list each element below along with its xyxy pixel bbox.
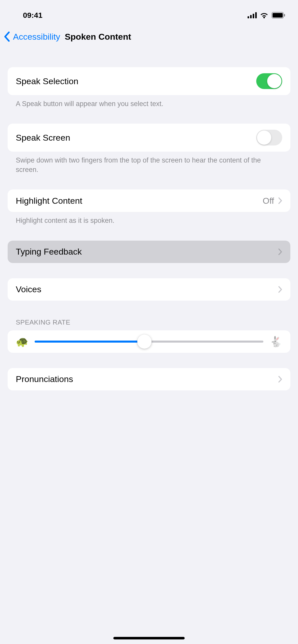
chevron-right-icon: [278, 197, 282, 204]
section-pronunciations: Pronunciations: [8, 368, 290, 390]
back-label: Accessibility: [13, 32, 60, 42]
hare-icon: 🐇: [269, 336, 282, 347]
svg-rect-5: [273, 13, 283, 18]
section-speak-selection: Speak Selection A Speak button will appe…: [8, 67, 290, 108]
section-speak-screen: Speak Screen Swipe down with two fingers…: [8, 124, 290, 174]
speak-screen-footer: Swipe down with two fingers from the top…: [8, 152, 290, 174]
highlight-content-value: Off: [263, 196, 274, 206]
slider-thumb[interactable]: [137, 334, 152, 349]
status-time: 09:41: [23, 11, 43, 20]
svg-rect-6: [284, 14, 285, 17]
svg-rect-2: [253, 14, 254, 18]
section-typing-feedback: Typing Feedback: [8, 241, 290, 263]
home-indicator[interactable]: [113, 637, 185, 639]
nav-title: Spoken Content: [65, 32, 131, 42]
speaking-rate-header: Speaking Rate: [8, 313, 290, 330]
status-icons: [248, 12, 285, 19]
status-bar: 09:41: [0, 0, 298, 25]
speak-screen-row: Speak Screen: [8, 124, 290, 152]
chevron-right-icon: [278, 376, 282, 383]
wifi-icon: [260, 12, 268, 18]
svg-rect-1: [250, 15, 252, 18]
speaking-rate-slider-row: 🐢 🐇: [8, 330, 290, 353]
back-button[interactable]: Accessibility: [4, 32, 60, 42]
pronunciations-label: Pronunciations: [16, 374, 73, 384]
speak-screen-label: Speak Screen: [16, 133, 70, 143]
cellular-icon: [248, 12, 257, 18]
speak-selection-toggle[interactable]: [256, 73, 282, 89]
highlight-content-footer: Highlight content as it is spoken.: [8, 212, 290, 225]
highlight-content-row[interactable]: Highlight Content Off: [8, 189, 290, 212]
typing-feedback-row[interactable]: Typing Feedback: [8, 241, 290, 263]
chevron-right-icon: [278, 248, 282, 255]
section-voices: Voices: [8, 278, 290, 301]
speak-selection-row: Speak Selection: [8, 67, 290, 95]
voices-label: Voices: [16, 284, 41, 294]
nav-bar: Accessibility Spoken Content: [0, 25, 298, 49]
pronunciations-row[interactable]: Pronunciations: [8, 368, 290, 390]
svg-rect-3: [255, 12, 257, 18]
battery-icon: [272, 12, 285, 19]
speak-selection-label: Speak Selection: [16, 76, 78, 86]
chevron-right-icon: [278, 286, 282, 293]
speaking-rate-slider[interactable]: [35, 341, 263, 343]
typing-feedback-label: Typing Feedback: [16, 247, 82, 257]
tortoise-icon: 🐢: [16, 336, 29, 347]
chevron-left-icon: [4, 32, 10, 42]
section-highlight-content: Highlight Content Off Highlight content …: [8, 189, 290, 225]
highlight-content-label: Highlight Content: [16, 196, 82, 206]
voices-row[interactable]: Voices: [8, 278, 290, 301]
section-speaking-rate: Speaking Rate 🐢 🐇: [8, 313, 290, 353]
speak-selection-footer: A Speak button will appear when you sele…: [8, 95, 290, 108]
svg-rect-0: [248, 16, 249, 18]
speak-screen-toggle[interactable]: [256, 130, 282, 145]
